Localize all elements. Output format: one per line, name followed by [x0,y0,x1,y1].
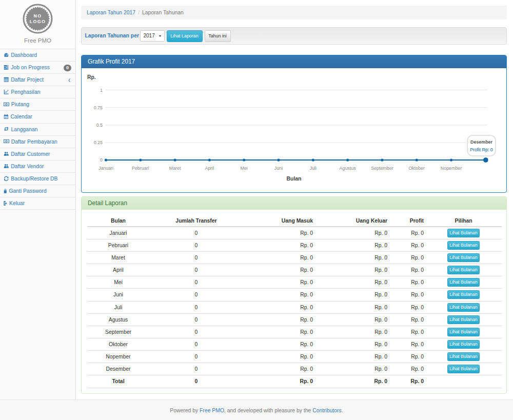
svg-text:Oktober: Oktober [408,166,425,171]
svg-text:Bulan: Bulan [287,176,302,182]
svg-text:NO: NO [34,13,42,18]
svg-text:0.75: 0.75 [94,105,103,110]
svg-text:0.25: 0.25 [94,140,103,145]
svg-text:April: April [205,166,214,171]
svg-text:Maret: Maret [169,166,181,171]
svg-text:Agustus: Agustus [340,166,357,171]
svg-text:0: 0 [100,157,103,163]
svg-text:Nopember: Nopember [441,166,462,171]
svg-text:September: September [371,166,393,171]
svg-text:Profit Rp: 0: Profit Rp: 0 [470,147,492,152]
svg-text:1: 1 [100,88,103,93]
svg-text:Rp.: Rp. [87,74,96,80]
svg-text:0.5: 0.5 [96,123,103,128]
svg-text:Pebruari: Pebruari [132,166,149,171]
svg-text:Mei: Mei [241,166,248,171]
svg-text:Januari: Januari [98,166,113,171]
svg-text:Desember: Desember [470,139,492,145]
svg-text:LOGO: LOGO [30,19,46,24]
svg-text:Juli: Juli [310,166,317,171]
svg-text:Juni: Juni [274,166,283,171]
